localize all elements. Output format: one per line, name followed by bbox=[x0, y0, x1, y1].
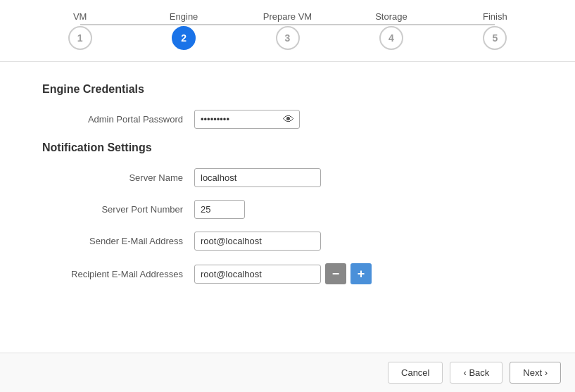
footer: Cancel ‹ Back Next › bbox=[0, 353, 575, 392]
remove-recipient-button[interactable]: − bbox=[325, 263, 346, 284]
server-port-input[interactable] bbox=[194, 200, 245, 219]
wizard-header: VM 1 Engine 2 Prepare VM 3 Storage 4 Fin… bbox=[0, 0, 575, 62]
add-recipient-button[interactable]: + bbox=[350, 263, 372, 284]
step-2-circle[interactable]: 2 bbox=[172, 26, 196, 50]
engine-credentials-section: Engine Credentials Admin Portal Password… bbox=[42, 83, 533, 129]
password-wrapper: 👁 bbox=[194, 110, 300, 129]
server-name-label: Server Name bbox=[42, 172, 183, 183]
step-2-label: Engine bbox=[170, 11, 198, 22]
wizard-step-1: VM 1 bbox=[28, 11, 132, 50]
server-port-group: Server Port Number bbox=[42, 200, 533, 219]
server-name-input[interactable] bbox=[194, 168, 321, 187]
recipient-email-row: − + bbox=[194, 263, 372, 284]
engine-credentials-title: Engine Credentials bbox=[42, 83, 533, 96]
sender-email-group: Sender E-Mail Address bbox=[42, 232, 533, 251]
step-4-circle[interactable]: 4 bbox=[379, 26, 403, 50]
server-port-spinner bbox=[194, 200, 245, 219]
server-port-label: Server Port Number bbox=[42, 204, 183, 215]
back-button[interactable]: ‹ Back bbox=[450, 362, 503, 384]
recipient-email-label: Recipient E-Mail Addresses bbox=[42, 269, 183, 279]
toggle-password-icon[interactable]: 👁 bbox=[283, 113, 294, 126]
recipient-email-input[interactable] bbox=[194, 265, 321, 284]
sender-email-input[interactable] bbox=[194, 232, 321, 251]
next-button[interactable]: Next › bbox=[510, 362, 561, 384]
main-content: Engine Credentials Admin Portal Password… bbox=[0, 62, 575, 353]
admin-password-label: Admin Portal Password bbox=[42, 114, 183, 125]
sender-email-label: Sender E-Mail Address bbox=[42, 236, 183, 246]
step-1-circle[interactable]: 1 bbox=[68, 26, 92, 50]
step-5-circle[interactable]: 5 bbox=[483, 26, 507, 50]
wizard-step-2: Engine 2 bbox=[132, 11, 235, 50]
step-3-circle[interactable]: 3 bbox=[276, 26, 300, 50]
cancel-button[interactable]: Cancel bbox=[388, 362, 443, 384]
recipient-email-group: Recipient E-Mail Addresses − + bbox=[42, 263, 533, 284]
step-3-label: Prepare VM bbox=[263, 11, 312, 22]
step-5-label: Finish bbox=[483, 11, 507, 22]
admin-password-group: Admin Portal Password 👁 bbox=[42, 110, 533, 129]
server-name-group: Server Name bbox=[42, 168, 533, 187]
notification-settings-title: Notification Settings bbox=[42, 141, 533, 154]
step-4-label: Storage bbox=[375, 11, 407, 22]
step-1-label: VM bbox=[73, 11, 87, 22]
wizard-step-4: Storage 4 bbox=[339, 11, 443, 50]
wizard-step-5: Finish 5 bbox=[443, 11, 547, 50]
wizard-step-3: Prepare VM 3 bbox=[236, 11, 339, 50]
notification-settings-section: Notification Settings Server Name Server… bbox=[42, 141, 533, 284]
